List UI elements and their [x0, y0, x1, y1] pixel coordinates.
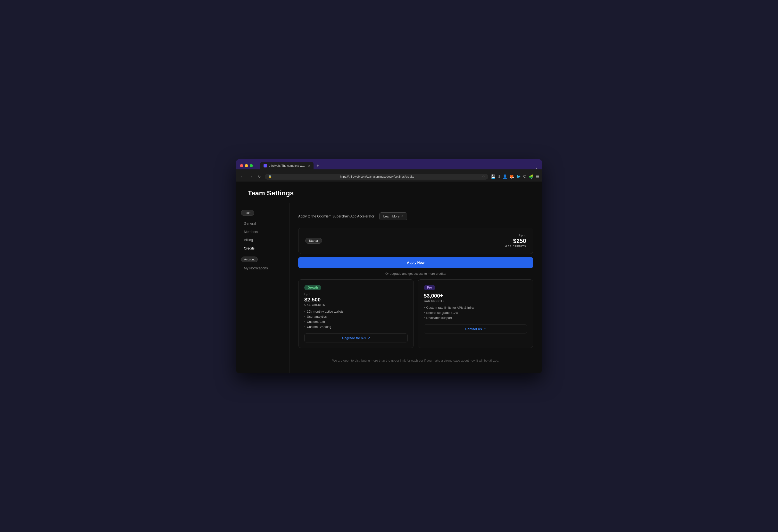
growth-feature-3: Custom Auth: [304, 320, 408, 323]
growth-feature-1: 10k monthly active wallets: [304, 310, 408, 313]
tab-title: thirdweb: The complete web3 d: [269, 164, 306, 167]
address-bar-row: ← → ↻ 🔒 https://thirdweb.com/team/samina…: [236, 172, 542, 181]
growth-card-header: Growth Up to $2,500 GAS CREDITS: [304, 285, 408, 306]
contact-external-icon: ↗: [483, 327, 486, 330]
contact-us-button[interactable]: Contact Us ↗: [424, 324, 527, 333]
new-tab-button[interactable]: +: [314, 162, 321, 169]
account-icon[interactable]: 👤: [502, 174, 508, 179]
minimize-window-button[interactable]: [245, 164, 248, 167]
menu-icon[interactable]: ☰: [536, 174, 539, 179]
main-content: Apply to the Optimism Superchain App Acc…: [290, 203, 542, 373]
browser-toolbar: 💾 ⬇ 👤 🦊 🐦 🛡 🧩 ☰: [491, 174, 539, 179]
pro-card-header: Pro $3,000+ GAS CREDITS: [424, 285, 527, 302]
pro-badge-row: Pro: [424, 285, 527, 290]
growth-credits-upto: Up to: [304, 293, 408, 296]
active-tab[interactable]: 🌐 thirdweb: The complete web3 d ×: [260, 162, 314, 169]
footer-note: We are open to distributing more than th…: [298, 355, 533, 366]
sidebar-account-label[interactable]: Account: [241, 256, 258, 262]
extensions-icon[interactable]: 🧩: [529, 174, 534, 179]
tab-bar: 🌐 thirdweb: The complete web3 d × + ⌄: [260, 162, 538, 169]
page-header: Team Settings: [236, 181, 542, 203]
learn-more-button[interactable]: Learn More ↗: [379, 212, 407, 220]
traffic-lights: [240, 164, 253, 167]
tab-favicon-icon: 🌐: [263, 164, 267, 167]
apply-now-button[interactable]: Apply Now: [298, 257, 533, 268]
growth-features-list: 10k monthly active wallets User analytic…: [304, 310, 408, 329]
bookmark-icon[interactable]: ☆: [482, 175, 485, 178]
pro-features-list: Custom rate limits for APIs & Infra Ente…: [424, 306, 527, 320]
growth-feature-4: Custom Branding: [304, 325, 408, 329]
browser-window: 🌐 thirdweb: The complete web3 d × + ⌄ ← …: [236, 159, 542, 373]
pro-badge: Pro: [424, 285, 435, 290]
sidebar-item-members[interactable]: Members: [241, 228, 285, 236]
refresh-button[interactable]: ↻: [256, 174, 262, 179]
starter-credits-amount: Up to $250 GAS CREDITS: [505, 234, 526, 248]
close-tab-button[interactable]: ×: [308, 164, 310, 167]
address-bar[interactable]: 🔒 https://thirdweb.com/team/saminacodes/…: [265, 174, 488, 179]
growth-badge-row: Growth: [304, 285, 408, 290]
url-display[interactable]: https://thirdweb.com/team/saminacodes/~/…: [274, 175, 480, 178]
plan-cards: Growth Up to $2,500 GAS CREDITS 10k mont…: [298, 279, 533, 348]
pro-credits-value: $3,000+: [424, 293, 527, 299]
growth-credits-value: $2,500: [304, 297, 408, 303]
learn-more-label: Learn More: [383, 215, 399, 218]
shield-icon[interactable]: 🛡: [523, 174, 527, 179]
starter-credits-upto: Up to: [505, 234, 526, 237]
starter-card: Starter Up to $250 GAS CREDITS: [298, 228, 533, 254]
upgrade-button[interactable]: Upgrade for $99 ↗: [304, 333, 408, 343]
growth-card: Growth Up to $2,500 GAS CREDITS 10k mont…: [298, 279, 414, 348]
browser-chrome: 🌐 thirdweb: The complete web3 d × + ⌄: [236, 159, 542, 169]
pro-credits-type: GAS CREDITS: [424, 300, 527, 302]
external-link-icon: ↗: [401, 215, 403, 218]
page-title: Team Settings: [248, 189, 530, 197]
pro-card: Pro $3,000+ GAS CREDITS Custom rate limi…: [418, 279, 533, 348]
maximize-window-button[interactable]: [250, 164, 253, 167]
upgrade-label: Or upgrade and get access to more credit…: [298, 272, 533, 276]
fox-icon[interactable]: 🦊: [510, 174, 514, 179]
growth-feature-2: User analytics: [304, 315, 408, 318]
accelerator-text: Apply to the Optimism Superchain App Acc…: [298, 214, 375, 218]
sidebar-team-label[interactable]: Team: [241, 210, 254, 216]
forward-button[interactable]: →: [248, 174, 254, 179]
sidebar-item-general[interactable]: General: [241, 220, 285, 227]
starter-credits-type: GAS CREDITS: [505, 245, 526, 248]
sidebar-item-my-notifications[interactable]: My Notifications: [241, 264, 285, 272]
page-body: Team General Members Billing Credits Acc…: [236, 203, 542, 373]
pro-feature-2: Enterprise grade SLAs: [424, 311, 527, 314]
page-content: Team Settings Team General Members Billi…: [236, 181, 542, 373]
bird-icon[interactable]: 🐦: [516, 174, 521, 179]
upgrade-label-text: Upgrade for $99: [342, 336, 366, 340]
growth-credits-type: GAS CREDITS: [304, 303, 408, 306]
upgrade-external-icon: ↗: [368, 336, 370, 339]
sidebar: Team General Members Billing Credits Acc…: [236, 203, 290, 373]
download-icon[interactable]: ⬇: [497, 174, 500, 179]
sidebar-item-credits[interactable]: Credits: [241, 244, 285, 252]
growth-badge: Growth: [304, 285, 321, 290]
tab-dropdown-icon[interactable]: ⌄: [535, 165, 538, 169]
accelerator-banner: Apply to the Optimism Superchain App Acc…: [298, 210, 533, 223]
contact-us-label: Contact Us: [465, 327, 482, 331]
security-icons: 🔒: [268, 175, 272, 178]
starter-badge: Starter: [305, 238, 322, 244]
sidebar-item-billing[interactable]: Billing: [241, 236, 285, 244]
pro-feature-3: Dedicated support: [424, 316, 527, 320]
pocket-icon[interactable]: 💾: [491, 174, 495, 179]
back-button[interactable]: ←: [239, 174, 245, 179]
close-window-button[interactable]: [240, 164, 243, 167]
browser-controls: 🌐 thirdweb: The complete web3 d × + ⌄: [240, 162, 538, 169]
starter-credits-value: $250: [505, 238, 526, 244]
pro-feature-1: Custom rate limits for APIs & Infra: [424, 306, 527, 309]
